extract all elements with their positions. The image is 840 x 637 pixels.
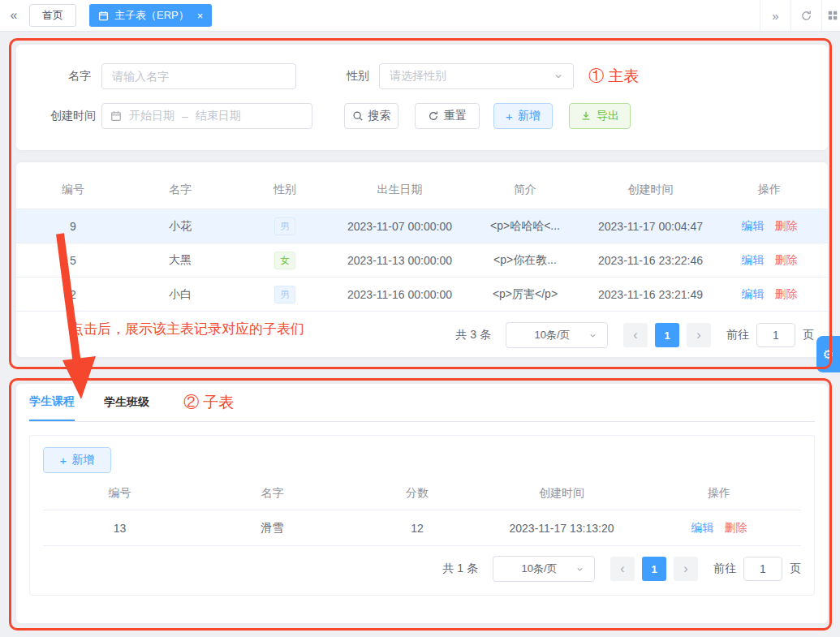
tab-student-courses-label: 学生课程	[29, 394, 75, 409]
header-created: 创建时间	[486, 486, 637, 501]
collapse-tabs-button[interactable]: «	[0, 8, 28, 23]
search-button[interactable]: 搜索	[344, 103, 398, 129]
date-range-picker[interactable]: 开始日期 – 结束日期	[101, 103, 312, 129]
cell-birthdate: 2023-11-13 00:00:00	[339, 254, 460, 267]
cell-birthdate: 2023-11-07 00:00:00	[339, 220, 460, 233]
gender-tag-male: 男	[274, 286, 295, 303]
header-actions: 操作	[637, 486, 801, 501]
calendar-icon	[98, 11, 109, 21]
chevron-left-icon: ‹	[633, 328, 637, 342]
cell-intro: <p>哈哈哈<...	[460, 219, 590, 234]
close-icon[interactable]: ×	[197, 10, 204, 22]
refresh-icon	[800, 10, 812, 22]
gender-tag-female: 女	[274, 252, 295, 269]
cell-id: 2	[16, 288, 130, 301]
gender-tag-male: 男	[274, 217, 295, 235]
search-button-label: 搜索	[368, 109, 391, 123]
gender-select-placeholder: 请选择性别	[390, 69, 446, 84]
current-page-number: 1	[664, 329, 670, 342]
goto-page-input[interactable]	[756, 323, 795, 347]
cell-created: 2023-11-16 23:22:46	[590, 254, 711, 267]
layout-grid-button[interactable]	[821, 0, 840, 31]
page-unit-label: 页	[803, 328, 814, 342]
cell-id: 5	[16, 254, 130, 267]
delete-link[interactable]: 删除	[725, 521, 747, 534]
header-id: 编号	[43, 486, 196, 501]
cell-birthdate: 2023-11-16 00:00:00	[339, 288, 460, 301]
filter-row-2: 创建时间 开始日期 – 结束日期 搜索 重置	[49, 103, 818, 129]
delete-link[interactable]: 删除	[775, 219, 798, 232]
gender-select[interactable]: 请选择性别	[379, 63, 574, 89]
chevron-down-icon	[588, 331, 597, 340]
refresh-page-button[interactable]	[790, 0, 821, 31]
header-created: 创建时间	[590, 183, 711, 197]
delete-link[interactable]: 删除	[775, 287, 798, 300]
gender-label: 性别	[347, 69, 369, 84]
tab-student-classes-label: 学生班级	[104, 395, 149, 410]
add-button-label: 新增	[518, 109, 541, 123]
tab-student-classes[interactable]: 学生班级	[104, 384, 149, 421]
cell-id: 13	[43, 522, 196, 535]
header-score: 分数	[348, 486, 486, 501]
table-row[interactable]: 2 小白 男 2023-11-16 00:00:00 <p>厉害</p> 202…	[16, 278, 828, 312]
search-icon	[352, 110, 364, 122]
header-birthdate: 出生日期	[339, 183, 460, 197]
tab-student-courses[interactable]: 学生课程	[29, 384, 75, 421]
edit-link[interactable]: 编辑	[691, 521, 714, 534]
gear-icon: ⚙	[823, 347, 834, 362]
date-range-separator: –	[182, 110, 188, 123]
download-icon	[580, 110, 592, 122]
delete-link[interactable]: 删除	[775, 253, 798, 266]
export-button[interactable]: 导出	[569, 103, 631, 129]
goto-page-input[interactable]	[743, 557, 782, 581]
page-size-select[interactable]: 10条/页	[506, 322, 608, 348]
current-page-button[interactable]: 1	[655, 323, 679, 347]
cell-name: 小花	[130, 219, 230, 234]
cell-name: 大黑	[130, 253, 230, 268]
page-size-select[interactable]: 10条/页	[493, 556, 595, 582]
edit-link[interactable]: 编辑	[742, 253, 765, 266]
table-row[interactable]: 9 小花 男 2023-11-07 00:00:00 <p>哈哈哈<... 20…	[16, 209, 828, 243]
edit-link[interactable]: 编辑	[742, 287, 765, 300]
plus-icon: +	[506, 110, 513, 123]
prev-page-button[interactable]: ‹	[623, 323, 648, 347]
table-row[interactable]: 5 大黑 女 2023-11-13 00:00:00 <p>你在教... 202…	[16, 243, 828, 278]
goto-label: 前往	[726, 328, 749, 342]
table-row[interactable]: 13 滑雪 12 2023-11-17 13:13:20 编辑删除	[43, 510, 801, 546]
goto-label: 前往	[713, 562, 736, 576]
next-page-button[interactable]: ›	[674, 557, 698, 581]
settings-fab-button[interactable]: ⚙	[816, 336, 840, 372]
name-input[interactable]	[101, 63, 296, 89]
edit-link[interactable]: 编辑	[742, 219, 765, 232]
child-add-button-label: 新增	[71, 453, 94, 467]
cell-intro: <p>你在教...	[460, 253, 590, 268]
page-unit-label: 页	[790, 562, 801, 576]
header-gender: 性别	[230, 183, 339, 197]
main-table-header: 编号 名字 性别 出生日期 简介 创建时间 操作	[16, 170, 828, 209]
reset-button[interactable]: 重置	[415, 103, 480, 129]
date-start-placeholder: 开始日期	[129, 109, 174, 123]
tab-home[interactable]: 首页	[29, 4, 76, 27]
child-table-header: 编号 名字 分数 创建时间 操作	[43, 476, 801, 510]
reset-button-label: 重置	[444, 109, 467, 123]
export-button-label: 导出	[597, 109, 619, 123]
page-size-value: 10条/页	[516, 328, 588, 342]
cell-score: 12	[348, 522, 486, 535]
expand-tabs-button[interactable]: »	[760, 0, 790, 31]
name-label: 名字	[49, 69, 91, 84]
annotation-main-table-label: ① 主表	[588, 66, 639, 87]
tab-home-label: 首页	[42, 8, 63, 23]
next-page-button[interactable]: ›	[687, 323, 711, 347]
prev-page-button[interactable]: ‹	[610, 557, 635, 581]
current-page-button[interactable]: 1	[642, 557, 666, 581]
add-button[interactable]: + 新增	[493, 103, 553, 129]
chevron-down-icon	[554, 71, 563, 81]
cell-name: 小白	[130, 287, 230, 302]
child-add-button[interactable]: + 新增	[43, 447, 111, 473]
header-id: 编号	[16, 183, 130, 197]
chevron-double-left-icon: «	[11, 8, 18, 22]
chevron-down-icon	[575, 565, 584, 574]
chevron-double-right-icon: »	[772, 9, 778, 23]
tab-master-detail-active[interactable]: 主子表（ERP） ×	[89, 4, 212, 27]
child-pagination: 共 1 条 10条/页 ‹ 1 › 前往 页	[43, 556, 801, 582]
